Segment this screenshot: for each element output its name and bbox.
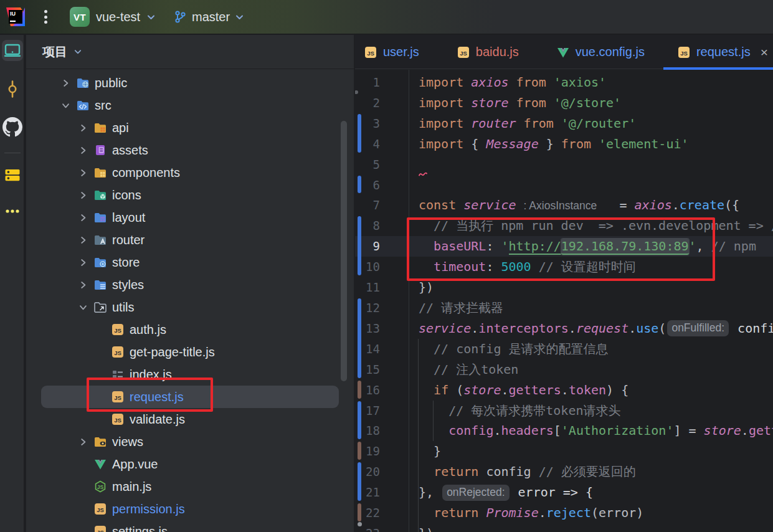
tree-item-permission-js[interactable]: JSpermission.js xyxy=(26,498,354,520)
main-menu-kebab-icon[interactable] xyxy=(40,6,51,27)
project-scrollbar-thumb[interactable] xyxy=(341,121,347,381)
editor-tab-user-js[interactable]: JSuser.js xyxy=(355,35,438,69)
tree-item-styles[interactable]: styles xyxy=(26,273,354,296)
code-line-15: // 注入token xyxy=(419,359,518,380)
svg-text:JS: JS xyxy=(97,529,104,532)
tool-button-services[interactable] xyxy=(2,164,23,186)
code-token: } xyxy=(419,444,441,458)
code-token: from xyxy=(516,95,546,110)
code-token: ' xyxy=(501,239,508,254)
tool-button-commit[interactable] xyxy=(2,78,23,100)
git-branch-widget[interactable]: master xyxy=(173,5,244,29)
code-token xyxy=(419,382,434,397)
code-token: : xyxy=(486,239,501,254)
tree-item-settings-js[interactable]: JSsettings.js xyxy=(26,520,354,532)
svg-text:JS: JS xyxy=(680,49,688,56)
tab-close-icon[interactable]: × xyxy=(761,45,768,59)
code-line-22: return Promise.reject(error) xyxy=(419,503,643,523)
tree-item-public[interactable]: public xyxy=(26,72,354,94)
js-file-icon: JS xyxy=(677,45,691,59)
chevron-collapsed-icon[interactable] xyxy=(77,167,88,178)
tree-item-label: icons xyxy=(112,188,141,202)
tree-item-store[interactable]: store xyxy=(26,251,354,273)
tree-item-components[interactable]: components xyxy=(26,161,354,184)
tool-button-remote[interactable] xyxy=(2,40,23,61)
chevron-collapsed-icon[interactable] xyxy=(77,145,88,156)
chevron-collapsed-icon[interactable] xyxy=(60,77,71,88)
editor-tab-request-js[interactable]: JSrequest.js× xyxy=(663,35,773,69)
code-token: { xyxy=(471,136,486,151)
chevron-expanded-icon[interactable] xyxy=(77,302,88,313)
editor-tab-baidu-js[interactable]: JSbaidu.js xyxy=(438,35,538,69)
chevron-collapsed-icon[interactable] xyxy=(77,436,88,447)
code-token: import xyxy=(419,95,471,110)
chevron-expanded-icon[interactable] xyxy=(60,100,71,111)
tree-item-request-js[interactable]: JSrequest.js xyxy=(26,386,354,408)
chevron-collapsed-icon[interactable] xyxy=(77,212,88,223)
code-token: store xyxy=(471,95,508,110)
code-token: '@/store' xyxy=(554,95,621,110)
tab-label: vue.config.js xyxy=(576,45,645,59)
chevron-collapsed-icon[interactable] xyxy=(77,122,88,133)
code-token: ' xyxy=(689,239,696,254)
tree-item-label: settings.js xyxy=(112,525,168,532)
tree-chevron-placeholder xyxy=(95,324,106,335)
code-token: Message xyxy=(486,136,538,151)
code-token: Promise xyxy=(486,505,538,520)
code-token: store xyxy=(463,382,501,397)
services-icon xyxy=(3,166,22,184)
branch-name: master xyxy=(192,10,230,24)
code-token: . xyxy=(569,321,576,336)
project-widget[interactable]: VT vue-test xyxy=(70,5,156,29)
folder-router-icon xyxy=(93,233,107,247)
line-number: 6 xyxy=(355,175,380,196)
git-branch-icon xyxy=(173,10,187,24)
line-number: 11 xyxy=(355,277,380,298)
tree-item-validate-js[interactable]: JSvalidate.js xyxy=(26,408,354,430)
tree-item-icons[interactable]: icons xyxy=(26,184,354,206)
editor-body[interactable]: 1import axios from 'axios'2import store … xyxy=(355,70,773,532)
code-token: ) { xyxy=(606,382,628,397)
svg-text:JS: JS xyxy=(114,417,121,424)
tree-item-index-js[interactable]: index.js xyxy=(26,363,354,386)
code-token xyxy=(509,95,516,110)
tool-button-more[interactable] xyxy=(2,201,23,222)
code-token: from xyxy=(561,136,591,151)
intellij-idea-logo-icon[interactable]: IU xyxy=(4,6,27,28)
chevron-collapsed-icon[interactable] xyxy=(77,279,88,290)
code-token: service xyxy=(463,197,523,212)
folder-views-icon xyxy=(93,435,107,449)
code-token: http:// xyxy=(509,239,561,255)
tree-item-assets[interactable]: assets xyxy=(26,139,354,161)
code-token xyxy=(419,239,434,254)
error-squiggle-icon xyxy=(419,168,427,179)
code-line-10: timeout: 5000 // 设置超时时间 xyxy=(419,257,636,277)
tree-item-main-js[interactable]: JSmain.js xyxy=(26,475,354,498)
line-number: 13 xyxy=(355,318,380,339)
project-panel-header[interactable]: 项目 xyxy=(26,35,354,69)
code-token: // 注入token xyxy=(419,362,518,377)
tree-item-utils[interactable]: utils xyxy=(26,296,354,318)
tree-item-app-vue[interactable]: App.vue xyxy=(26,453,354,475)
tree-item-api[interactable]: api xyxy=(26,116,354,139)
editor-tab-vue-config-js[interactable]: vue.config.js xyxy=(538,35,663,69)
code-token: interceptors xyxy=(478,321,569,336)
svg-text:JS: JS xyxy=(114,394,121,401)
tree-item-get-page-title-js[interactable]: JSget-page-title.js xyxy=(26,341,354,363)
chevron-collapsed-icon[interactable] xyxy=(77,234,88,245)
tree-item-views[interactable]: views xyxy=(26,430,354,453)
tree-item-layout[interactable]: layout xyxy=(26,206,354,229)
tree-item-auth-js[interactable]: JSauth.js xyxy=(26,318,354,341)
more-dots-icon xyxy=(3,202,22,221)
tree-chevron-placeholder xyxy=(95,414,106,425)
code-line-18: config.headers['Authorization'] = store.… xyxy=(419,420,773,441)
commit-node-icon xyxy=(3,80,22,98)
vue-file-icon xyxy=(556,45,570,59)
line-number: 17 xyxy=(355,401,380,421)
chevron-collapsed-icon[interactable] xyxy=(77,257,88,268)
tool-button-github[interactable] xyxy=(2,116,23,138)
code-token: ] = xyxy=(673,423,703,438)
chevron-collapsed-icon[interactable] xyxy=(77,189,88,201)
tree-item-src[interactable]: src xyxy=(26,94,354,116)
tree-item-router[interactable]: router xyxy=(26,229,354,251)
